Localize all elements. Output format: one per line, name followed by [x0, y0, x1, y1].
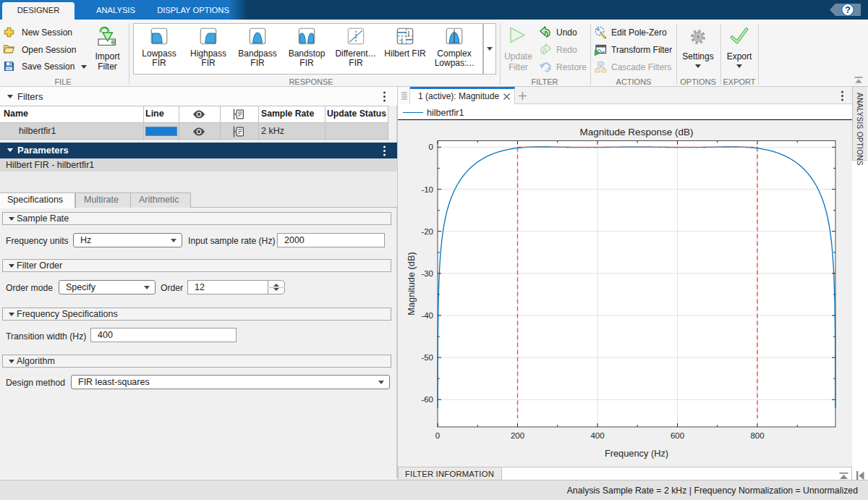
svg-text:Frequency (Hz): Frequency (Hz) — [605, 448, 668, 459]
svg-text:Magnitude Response (dB): Magnitude Response (dB) — [580, 127, 694, 137]
svg-text:Magnitude (dB): Magnitude (dB) — [406, 252, 417, 315]
svg-text:800: 800 — [750, 431, 764, 440]
svg-text:-40: -40 — [421, 311, 433, 320]
svg-text:-10: -10 — [421, 185, 433, 194]
svg-text:-50: -50 — [421, 353, 433, 362]
svg-text:400: 400 — [590, 431, 604, 440]
svg-text:200: 200 — [511, 431, 524, 440]
svg-text:j: j — [407, 29, 409, 36]
svg-text:0: 0 — [435, 431, 440, 440]
svg-text:?: ? — [845, 5, 851, 15]
svg-text:600: 600 — [671, 431, 684, 440]
svg-text:-30: -30 — [421, 269, 433, 278]
svg-text:-60: -60 — [421, 395, 433, 404]
svg-text:0: 0 — [429, 143, 433, 151]
svg-text:-j: -j — [399, 36, 403, 43]
svg-text:-20: -20 — [421, 227, 433, 236]
